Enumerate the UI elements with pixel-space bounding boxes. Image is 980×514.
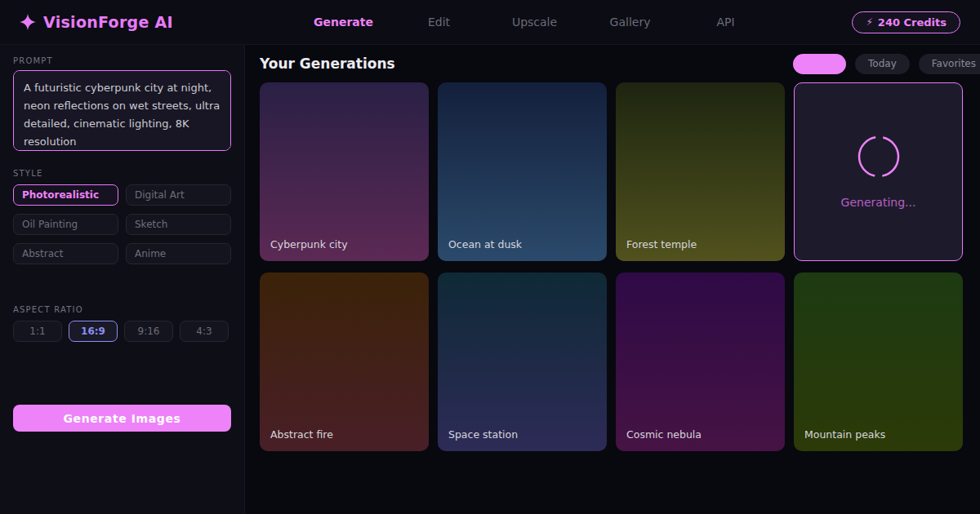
generation-card-forest-temple[interactable]: Forest temple: [616, 82, 785, 261]
lightning-icon: ⚡: [866, 16, 872, 28]
generation-sidebar: PROMPT STYLE PhotorealisticDigital ArtOi…: [0, 45, 245, 514]
generations-grid: Cyberpunk cityOcean at duskForest temple…: [245, 82, 980, 451]
sparkle-icon: [20, 14, 36, 30]
page-title: Your Generations: [260, 55, 395, 72]
generation-card-mountain-peaks[interactable]: Mountain peaks: [794, 273, 963, 451]
main-content: Your Generations TodayFavorites Cyberpun…: [245, 45, 980, 514]
credits-badge[interactable]: ⚡ 240 Credits: [852, 11, 960, 33]
filter-pill-favorites[interactable]: Favorites: [919, 54, 980, 74]
aspect-option-4-3[interactable]: 4:3: [180, 321, 229, 342]
card-caption: Space station: [448, 428, 518, 441]
nav-menu: GenerateEditUpscaleGalleryAPI: [296, 16, 773, 29]
spinner-icon: [858, 135, 900, 181]
nav-item-generate[interactable]: Generate: [296, 16, 391, 29]
nav-item-gallery[interactable]: Gallery: [582, 16, 678, 29]
card-caption: Cosmic nebula: [626, 428, 702, 441]
generate-images-button[interactable]: Generate Images: [13, 405, 231, 432]
aspect-option-1-1[interactable]: 1:1: [13, 321, 62, 342]
style-options: PhotorealisticDigital ArtOil PaintingSke…: [13, 184, 231, 264]
aspect-ratio-options: 1:116:99:164:3: [13, 321, 231, 342]
style-section: STYLE PhotorealisticDigital ArtOil Paint…: [13, 169, 231, 264]
filter-pill-active[interactable]: [793, 54, 846, 74]
style-option-oil-painting[interactable]: Oil Painting: [13, 214, 118, 235]
generating-status-label: Generating...: [841, 196, 916, 209]
nav-item-edit[interactable]: Edit: [391, 16, 487, 29]
filter-pills: TodayFavorites: [793, 54, 980, 74]
card-caption: Ocean at dusk: [448, 238, 522, 250]
nav-item-upscale[interactable]: Upscale: [487, 16, 582, 29]
style-option-photorealistic[interactable]: Photorealistic: [13, 184, 118, 206]
generation-card-cyberpunk-city[interactable]: Cyberpunk city: [260, 82, 429, 261]
style-option-anime[interactable]: Anime: [126, 243, 231, 264]
style-option-abstract[interactable]: Abstract: [13, 243, 118, 264]
credits-label: 240 Credits: [878, 16, 947, 29]
generation-card-abstract-fire[interactable]: Abstract fire: [260, 273, 429, 451]
style-option-digital-art[interactable]: Digital Art: [126, 184, 231, 206]
brand-name: VisionForge AI: [43, 13, 173, 31]
aspect-option-9-16[interactable]: 9:16: [124, 321, 173, 342]
style-label: STYLE: [13, 169, 231, 178]
filter-pill-today[interactable]: Today: [855, 54, 910, 74]
nav-item-api[interactable]: API: [678, 16, 773, 29]
generation-card-ocean-at-dusk[interactable]: Ocean at dusk: [438, 82, 607, 261]
prompt-label: PROMPT: [13, 56, 231, 65]
generation-card-space-station[interactable]: Space station: [438, 273, 607, 451]
generations-header: Your Generations TodayFavorites: [245, 45, 980, 82]
style-option-sketch[interactable]: Sketch: [126, 214, 231, 235]
aspect-ratio-section: ASPECT RATIO 1:116:99:164:3: [13, 305, 231, 342]
card-caption: Forest temple: [626, 238, 697, 250]
card-caption: Mountain peaks: [804, 428, 885, 441]
prompt-input[interactable]: [13, 70, 231, 151]
generation-card-cosmic-nebula[interactable]: Cosmic nebula: [616, 273, 785, 451]
top-navbar: VisionForge AI GenerateEditUpscaleGaller…: [0, 0, 980, 45]
card-caption: Cyberpunk city: [270, 238, 348, 250]
aspect-ratio-label: ASPECT RATIO: [13, 305, 231, 314]
brand-logo: VisionForge AI: [20, 13, 173, 31]
card-caption: Abstract fire: [270, 428, 333, 441]
generation-card-generating[interactable]: Generating...: [794, 82, 963, 261]
aspect-option-16-9[interactable]: 16:9: [69, 321, 118, 342]
